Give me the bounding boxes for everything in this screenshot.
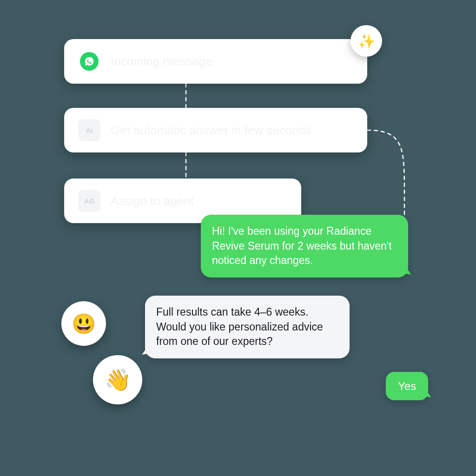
chat-agent-message: Full results can take 4–6 weeks. Would y… bbox=[145, 296, 350, 358]
agent-icon: AG bbox=[77, 189, 101, 213]
wave-icon: 👋 bbox=[93, 355, 142, 404]
flow-card-label: Incoming message bbox=[111, 54, 212, 69]
flow-card-label: Get automatic answer in few seconds bbox=[111, 123, 311, 138]
chat-user-reply-yes: Yes bbox=[386, 372, 428, 400]
flow-card-auto-answer[interactable]: AI Get automatic answer in few seconds bbox=[64, 108, 367, 152]
ai-icon: AI bbox=[77, 118, 101, 142]
chat-user-message: Hi! I've been using your Radiance Revive… bbox=[201, 215, 408, 278]
flow-card-label: Assign to agent bbox=[111, 194, 194, 208]
sparkle-icon: ✨ bbox=[350, 25, 382, 57]
whatsapp-icon bbox=[77, 49, 101, 73]
flow-card-incoming-message[interactable]: Incoming message bbox=[64, 39, 367, 84]
smile-icon: 😃 bbox=[61, 301, 106, 346]
